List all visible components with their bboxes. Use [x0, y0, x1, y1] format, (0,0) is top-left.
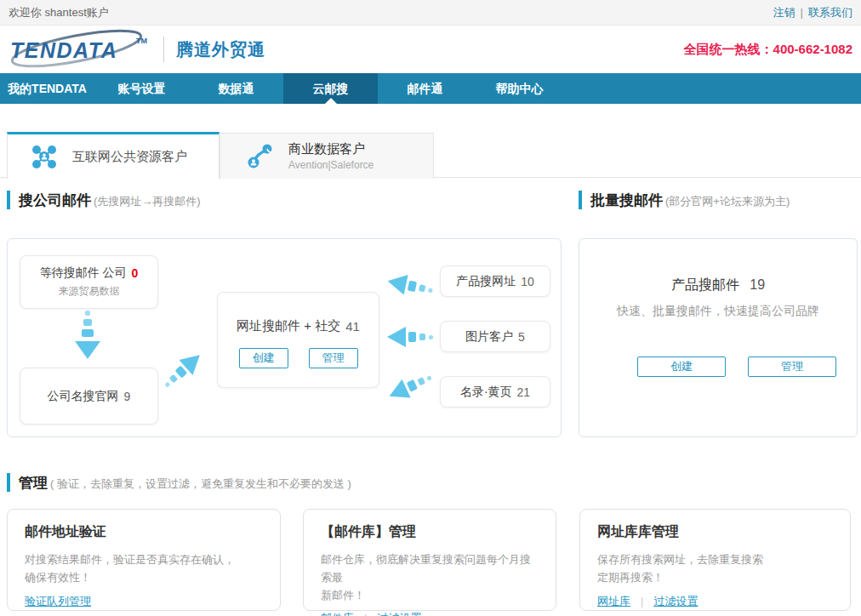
filter-settings-link[interactable]: 过滤设置	[377, 612, 421, 616]
brand-bar: TENDATA TM 腾道外贸通 全国统一热线：400-662-1082	[0, 26, 861, 73]
nav-item-mail-tong[interactable]: 邮件通	[378, 73, 472, 104]
manage-button[interactable]: 管理	[309, 348, 358, 368]
directory-yellowpages-count: 21	[517, 385, 531, 399]
waiting-companies-label: 等待搜邮件 公司	[40, 265, 127, 281]
product-name: 腾道外贸通	[176, 38, 265, 61]
product-search-email-label: 产品搜邮件	[671, 277, 739, 292]
product-search-url-count: 10	[521, 275, 534, 288]
card-body-line: 保存所有搜索网址，去除重复搜索	[597, 551, 833, 569]
section-title: 搜公司邮件	[19, 191, 91, 210]
email-verification-card: 邮件地址验证 对搜索结果邮件，验证是否真实存在确认， 确保有效性！ 验证队列管理	[7, 509, 281, 611]
image-customers-count: 5	[518, 330, 525, 344]
company-name-search-box[interactable]: 公司名搜官网 9	[20, 368, 158, 425]
nav-item-account-settings[interactable]: 账号设置	[94, 73, 189, 104]
image-customers-label: 图片客户	[465, 329, 513, 345]
url-library-card: 网址库库管理 保存所有搜索网址，去除重复搜索 定期再搜索！ 网址库|过滤设置	[579, 509, 851, 611]
card-body: 邮件仓库，彻底解决重复搜索问题每个月搜索最 新邮件！	[321, 551, 539, 604]
hotline-text: 全国统一热线：400-662-1082	[684, 42, 852, 58]
nav-item-cloud-mail-search[interactable]: 云邮搜	[283, 73, 378, 104]
company-name-search-label: 公司名搜官网	[48, 389, 119, 404]
batch-search-panel: 产品搜邮件 19 快速、批量搜邮件，快速提高公司品牌 创建 管理	[579, 238, 858, 437]
url-search-email-count: 41	[345, 319, 360, 334]
card-body-line: 确保有效性！	[25, 569, 263, 587]
tab-internet-label: 互联网公共资源客户	[72, 149, 187, 165]
filter-settings-link[interactable]: 过滤设置	[653, 595, 698, 607]
top-utility-bar: 欢迎你 shantest账户 注销|联系我们	[0, 0, 861, 26]
welcome-text: 欢迎你 shantest账户	[9, 5, 109, 20]
section-subtitle: ( 验证，去除重复，设置过滤，避免重复发生和不必要的发送 )	[50, 476, 351, 492]
card-title: 邮件地址验证	[25, 523, 263, 541]
waiting-companies-source: 来源贸易数据	[59, 284, 120, 299]
nav-item-my-tendata[interactable]: 我的TENDATA	[0, 73, 94, 104]
card-title: 网址库库管理	[597, 523, 833, 541]
product-search-email-count: 19	[750, 277, 765, 292]
section-head-search-company: 搜公司邮件 (先搜网址→再搜邮件)	[7, 191, 201, 209]
brand-divider	[163, 37, 164, 62]
arrow-down-icon	[72, 311, 103, 363]
section-title: 批量搜邮件	[590, 191, 663, 210]
link-separator: |	[641, 595, 643, 607]
url-library-link[interactable]: 网址库	[597, 595, 630, 607]
contact-us-link[interactable]: 联系我们	[808, 6, 852, 19]
share-person-icon	[246, 142, 275, 171]
directory-yellowpages-box[interactable]: 名录·黄页 21	[440, 376, 550, 408]
tab-row: 互联网公共资源客户 商业数据客户 Avention|Saleforce	[0, 132, 861, 178]
waiting-companies-count: 0	[132, 266, 139, 280]
waiting-companies-box[interactable]: 等待搜邮件 公司 0 来源贸易数据	[20, 255, 158, 309]
logo-wordmark: TENDATA	[10, 38, 117, 62]
tab-internet-public-resources[interactable]: 互联网公共资源客户	[7, 132, 220, 179]
email-library-link[interactable]: 邮件库	[321, 612, 354, 616]
section-head-batch-search: 批量搜邮件 (部分官网+论坛来源为主)	[579, 191, 790, 209]
company-name-search-count: 9	[124, 390, 131, 403]
product-search-email-title: 产品搜邮件 19	[579, 277, 857, 294]
card-title: 【邮件库】管理	[321, 523, 539, 541]
topbar-links: 注销|联系我们	[773, 5, 852, 20]
topbar-separator: |	[801, 6, 803, 19]
arrow-left-icon	[387, 324, 435, 350]
card-body-line: 对搜索结果邮件，验证是否真实存在确认，	[25, 551, 263, 569]
section-subtitle: (先搜网址→再搜邮件)	[94, 194, 201, 209]
arrow-up-right-icon	[155, 345, 208, 396]
card-body: 保存所有搜索网址，去除重复搜索 定期再搜索！	[597, 551, 833, 587]
section-title: 管理	[19, 473, 48, 493]
url-search-email-box: 网址搜邮件 + 社交 41 创建 管理	[217, 292, 379, 388]
nav-item-help-center[interactable]: 帮助中心	[472, 73, 567, 104]
image-customers-box[interactable]: 图片客户 5	[440, 321, 550, 352]
batch-panel-description: 快速、批量搜邮件，快速提高公司品牌	[579, 304, 857, 319]
logout-link[interactable]: 注销	[773, 6, 795, 19]
product-search-url-box[interactable]: 产品搜网址 10	[440, 265, 550, 297]
card-body: 对搜索结果邮件，验证是否真实存在确认， 确保有效性！	[25, 551, 263, 587]
product-search-url-label: 产品搜网址	[456, 274, 516, 289]
logo-tm-mark: TM	[136, 37, 147, 45]
tab-business-data[interactable]: 商业数据客户 Avention|Saleforce	[220, 133, 434, 179]
card-body-line: 新邮件！	[321, 587, 539, 605]
section-head-manage: 管理 ( 验证，去除重复，设置过滤，避免重复发生和不必要的发送 )	[7, 473, 351, 492]
link-separator: |	[364, 612, 367, 616]
tab-business-subtitle: Avention|Saleforce	[288, 159, 373, 171]
arrow-left-icon	[385, 269, 436, 304]
verification-queue-link[interactable]: 验证队列管理	[25, 595, 91, 607]
arrow-left-icon	[384, 365, 437, 408]
nav-item-data-tong[interactable]: 数据通	[189, 73, 283, 104]
url-search-email-label: 网址搜邮件 + 社交	[237, 318, 340, 334]
create-button[interactable]: 创建	[637, 356, 726, 377]
network-users-icon	[30, 142, 59, 171]
manage-button[interactable]: 管理	[748, 356, 836, 377]
main-nav: 我的TENDATA 账号设置 数据通 云邮搜 邮件通 帮助中心	[0, 73, 861, 104]
section-subtitle: (部分官网+论坛来源为主)	[665, 194, 790, 209]
directory-yellowpages-label: 名录·黄页	[460, 385, 512, 400]
search-flow-panel: 等待搜邮件 公司 0 来源贸易数据 公司名搜官网 9 网址搜邮件 + 社交 41	[7, 238, 562, 437]
create-button[interactable]: 创建	[239, 348, 288, 368]
card-body-line: 定期再搜索！	[597, 569, 833, 587]
card-body-line: 邮件仓库，彻底解决重复搜索问题每个月搜索最	[321, 551, 539, 587]
email-library-card: 【邮件库】管理 邮件仓库，彻底解决重复搜索问题每个月搜索最 新邮件！ 邮件库|过…	[303, 509, 556, 611]
tendata-logo: TENDATA TM	[9, 28, 155, 71]
tab-business-label: 商业数据客户	[288, 141, 373, 157]
